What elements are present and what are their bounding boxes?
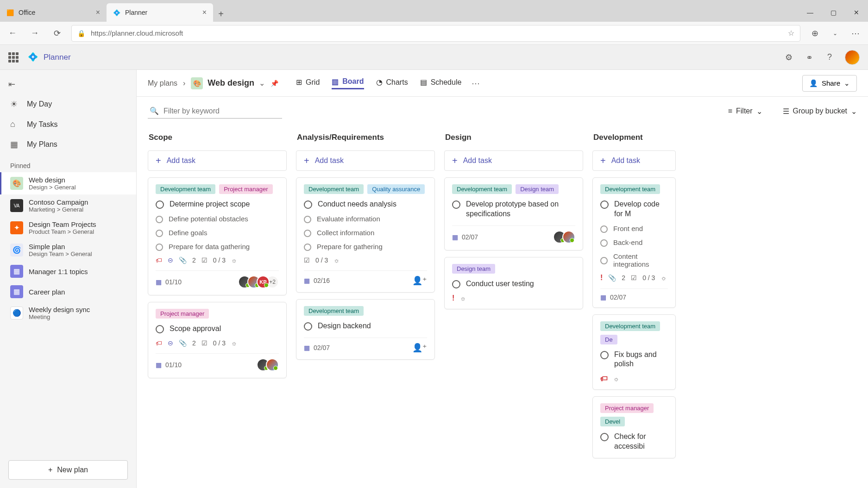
sidebar-item-my-day[interactable]: ☀ My Day — [0, 94, 136, 114]
view-board[interactable]: ▥Board — [332, 77, 364, 89]
complete-checkbox[interactable] — [452, 200, 460, 209]
user-avatar[interactable] — [845, 50, 860, 65]
sidebar-plan-design-team[interactable]: ✦ Design Team Projects Product Team > Ge… — [0, 217, 136, 239]
board[interactable]: Scope +Add task Development teamProject … — [137, 125, 868, 488]
subtask-row[interactable]: Evaluate information — [304, 215, 427, 223]
task-card[interactable]: Development teamProject manager Determin… — [148, 177, 287, 295]
sidebar-plan-web-design[interactable]: 🎨 Web design Design > General — [0, 172, 136, 194]
add-task-button[interactable]: +Add task — [148, 150, 287, 171]
browser-tab-office[interactable]: 🟧 Office × — [0, 3, 107, 22]
filter-input[interactable] — [164, 107, 280, 115]
subtask-row[interactable]: Define potential obstacles — [156, 215, 279, 223]
new-plan-button[interactable]: + New plan — [8, 460, 128, 480]
browser-tab-planner[interactable]: 💠 Planner × — [107, 3, 213, 22]
help-icon[interactable]: ? — [824, 52, 835, 63]
subtask-row[interactable]: Prepare for gathering — [304, 243, 427, 251]
collapse-sidebar-icon[interactable]: ⇤ — [0, 75, 136, 94]
view-charts[interactable]: ◔Charts — [376, 77, 408, 89]
assignee-avatars[interactable] — [553, 231, 575, 244]
app-launcher-icon[interactable] — [8, 52, 19, 63]
browser-menu-icon[interactable]: ⋯ — [848, 25, 863, 41]
subtask-row[interactable]: Front end — [600, 225, 668, 233]
more-icon[interactable]: ⋯ — [472, 78, 480, 88]
complete-checkbox[interactable] — [600, 200, 609, 209]
sidebar-plan-contoso[interactable]: VA Contoso Campaign Marketing > General — [0, 194, 136, 217]
complete-checkbox[interactable] — [304, 200, 312, 209]
new-tab-button[interactable]: + — [213, 6, 229, 22]
sidebar-item-my-plans[interactable]: ▦ My Plans — [0, 134, 136, 155]
subtask-checkbox[interactable] — [156, 244, 163, 251]
subtask-row[interactable]: Collect information — [304, 229, 427, 237]
forward-button[interactable]: → — [27, 25, 43, 41]
complete-checkbox[interactable] — [156, 200, 164, 209]
subtask-row[interactable]: Define goals — [156, 229, 279, 237]
sidebar-item-my-tasks[interactable]: ⌂ My Tasks — [0, 114, 136, 134]
back-button[interactable]: ← — [5, 25, 20, 41]
bucket-title[interactable]: Development — [592, 131, 676, 144]
bucket-title[interactable]: Scope — [148, 131, 287, 144]
assign-icon[interactable]: 👤⁺ — [412, 343, 427, 353]
assignee-avatars[interactable]: KP +2 — [238, 275, 279, 288]
subtask-row[interactable]: Content integrations — [600, 252, 668, 268]
assignee-avatars[interactable] — [257, 358, 279, 371]
add-task-button[interactable]: +Add task — [592, 150, 676, 171]
subtask-row[interactable]: Back-end — [600, 238, 668, 247]
subtask-checkbox[interactable] — [600, 225, 608, 233]
subtask-checkbox[interactable] — [156, 230, 163, 237]
subtask-checkbox[interactable] — [304, 244, 311, 251]
minimize-button[interactable]: — — [799, 3, 822, 22]
subtask-checkbox[interactable] — [304, 216, 311, 223]
bucket-title[interactable]: Design — [444, 131, 583, 144]
settings-icon[interactable]: ⚙ — [784, 52, 794, 63]
add-task-button[interactable]: +Add task — [444, 150, 583, 171]
task-card[interactable]: Development team Design backend ▦02/07 👤… — [296, 299, 435, 360]
add-task-button[interactable]: +Add task — [296, 150, 435, 171]
task-card[interactable]: Design team Conduct user testing ! ☼ — [444, 257, 583, 310]
sidebar-item-label: My Tasks — [27, 120, 57, 129]
view-schedule[interactable]: ▤Schedule — [420, 77, 462, 89]
filter-search[interactable]: 🔍 — [148, 104, 282, 119]
share-button[interactable]: 👤 Share ⌄ — [802, 75, 857, 92]
sidebar-plan-simple[interactable]: 🌀 Simple plan Design Team > General — [0, 239, 136, 261]
subtask-checkbox[interactable] — [600, 239, 608, 247]
close-window-button[interactable]: ✕ — [845, 3, 868, 22]
pin-icon[interactable]: 📌 — [270, 80, 278, 87]
maximize-button[interactable]: ▢ — [822, 3, 845, 22]
view-grid[interactable]: ⊞Grid — [296, 77, 320, 89]
plan-title-selector[interactable]: 🎨 Web design ⌄ — [191, 77, 265, 89]
collections-icon[interactable]: ⊕ — [807, 25, 823, 41]
task-card[interactable]: Development teamDesign team Develop prot… — [444, 177, 583, 250]
close-tab-icon[interactable]: × — [96, 8, 100, 17]
group-icon: ☰ — [783, 107, 789, 116]
people-icon[interactable]: ⚭ — [804, 52, 814, 63]
sidebar-plan-manager-11[interactable]: ▦ Manager 1:1 topics — [0, 261, 136, 282]
avatar — [562, 231, 575, 244]
complete-checkbox[interactable] — [600, 433, 609, 441]
url-input[interactable]: 🔒 https://planner.cloud.microsoft ☆ — [71, 25, 800, 42]
calendar-icon: ▦ — [600, 294, 606, 301]
chevron-down-icon[interactable]: ⌄ — [827, 25, 843, 41]
breadcrumb-root[interactable]: My plans — [148, 79, 177, 88]
complete-checkbox[interactable] — [600, 351, 609, 359]
subtask-checkbox[interactable] — [304, 230, 311, 237]
complete-checkbox[interactable] — [304, 322, 312, 331]
complete-checkbox[interactable] — [156, 325, 164, 333]
group-by-button[interactable]: ☰ Group by bucket ⌄ — [783, 107, 857, 116]
close-tab-icon[interactable]: × — [202, 8, 207, 17]
task-card[interactable]: Project manager Scope approval 🏷 ⊝ 📎2 ☑0… — [148, 302, 287, 378]
subtask-row[interactable]: Prepare for data gathering — [156, 243, 279, 251]
task-card[interactable]: Development team Develop code for M Fron… — [592, 177, 676, 308]
refresh-button[interactable]: ⟳ — [49, 25, 65, 41]
filter-button[interactable]: ≡ Filter ⌄ — [728, 107, 762, 116]
assign-icon[interactable]: 👤⁺ — [412, 275, 427, 286]
task-card[interactable]: Project managerDevel Check for accessibi — [592, 396, 676, 458]
task-card[interactable]: Development teamDe Fix bugs and polish 🏷… — [592, 314, 676, 390]
subtask-checkbox[interactable] — [156, 216, 163, 223]
bucket-title[interactable]: Analysis/Requirements — [296, 131, 435, 144]
subtask-checkbox[interactable] — [600, 257, 608, 264]
complete-checkbox[interactable] — [452, 280, 460, 288]
sidebar-plan-weekly-sync[interactable]: 🔵 Weekly design sync Meeting — [0, 302, 136, 324]
task-card[interactable]: Development teamQuality assurance Conduc… — [296, 177, 435, 293]
sidebar-plan-career[interactable]: ▦ Career plan — [0, 282, 136, 302]
favorite-icon[interactable]: ☆ — [788, 29, 794, 38]
